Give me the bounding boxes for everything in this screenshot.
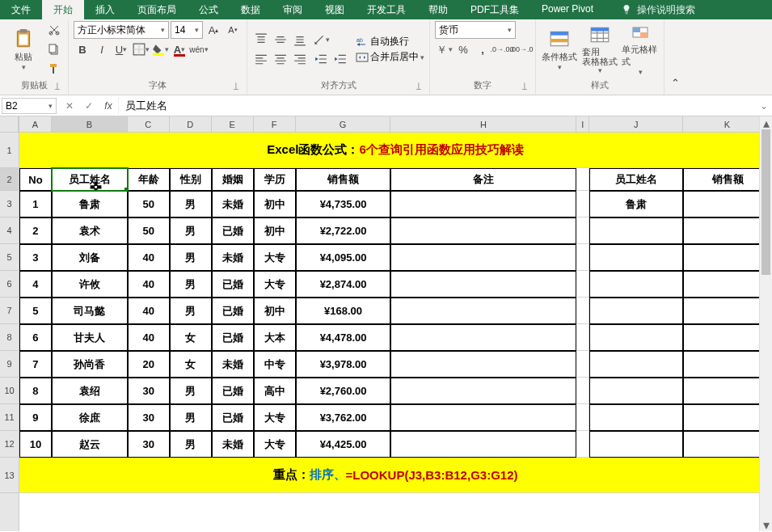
- col-header[interactable]: F: [254, 116, 296, 133]
- phonetic-button[interactable]: wén▾: [190, 40, 208, 58]
- cell[interactable]: 未婚: [212, 191, 254, 217]
- cell[interactable]: [589, 404, 683, 431]
- cell[interactable]: 未婚: [212, 351, 254, 378]
- cell[interactable]: 徐庶: [52, 404, 128, 431]
- row-header[interactable]: 6: [0, 271, 19, 298]
- cell[interactable]: ¥168.00: [296, 298, 391, 324]
- cell[interactable]: 大专: [254, 244, 296, 271]
- cell[interactable]: [390, 217, 576, 244]
- cell[interactable]: 大专: [254, 271, 296, 298]
- conditional-formatting-button[interactable]: 条件格式▾: [541, 23, 578, 76]
- cell[interactable]: 性别: [170, 168, 212, 191]
- cell[interactable]: 备注: [390, 168, 576, 191]
- cell[interactable]: No: [19, 168, 52, 191]
- cell[interactable]: 已婚: [212, 324, 254, 351]
- cell[interactable]: 30: [128, 404, 170, 431]
- cell[interactable]: 40: [128, 324, 170, 351]
- align-bottom-button[interactable]: [291, 31, 309, 49]
- row-header[interactable]: 9: [0, 351, 19, 378]
- cell[interactable]: ¥2,722.00: [296, 217, 391, 244]
- cell[interactable]: 孙尚香: [52, 351, 128, 378]
- row-header[interactable]: 3: [0, 191, 19, 217]
- cell[interactable]: 初中: [254, 298, 296, 324]
- cell[interactable]: ¥4,478.00: [296, 324, 391, 351]
- cell[interactable]: [589, 324, 683, 351]
- cell[interactable]: 7: [19, 351, 52, 378]
- cell[interactable]: 30: [128, 378, 170, 404]
- cell[interactable]: 已婚: [212, 217, 254, 244]
- cell[interactable]: 大专: [254, 404, 296, 431]
- decrease-decimal-button[interactable]: .00→.0: [513, 40, 530, 58]
- cell[interactable]: 赵云: [52, 431, 128, 458]
- paste-button[interactable]: 粘贴 ▾: [5, 23, 42, 76]
- cell[interactable]: 2: [19, 217, 52, 244]
- font-size-select[interactable]: 14▾: [171, 21, 203, 39]
- cell[interactable]: 大本: [254, 324, 296, 351]
- cell[interactable]: 许攸: [52, 271, 128, 298]
- merge-center-button[interactable]: 合并后居中 ▾: [356, 50, 424, 64]
- row-header[interactable]: 13: [0, 458, 19, 493]
- cell[interactable]: [390, 298, 576, 324]
- orientation-button[interactable]: ▾: [312, 31, 330, 49]
- accounting-format-button[interactable]: ￥▾: [435, 40, 453, 58]
- cell[interactable]: 女: [170, 324, 212, 351]
- format-painter-button[interactable]: [45, 60, 63, 78]
- cell[interactable]: [576, 431, 589, 458]
- underline-button[interactable]: U▾: [112, 40, 130, 58]
- cell[interactable]: [390, 404, 576, 431]
- cell[interactable]: 男: [170, 244, 212, 271]
- cell[interactable]: [576, 217, 589, 244]
- comma-button[interactable]: ,: [474, 40, 491, 58]
- cell[interactable]: 大专: [254, 431, 296, 458]
- cell[interactable]: 9: [19, 404, 52, 431]
- cell[interactable]: 销售额: [296, 168, 391, 191]
- cell[interactable]: 鲁肃: [52, 191, 128, 217]
- col-header[interactable]: C: [128, 116, 170, 133]
- dialog-launcher-icon[interactable]: ⟘: [519, 82, 530, 93]
- cell[interactable]: [390, 244, 576, 271]
- cell[interactable]: 初中: [254, 191, 296, 217]
- cell[interactable]: 8: [19, 378, 52, 404]
- tab-insert[interactable]: 插入: [84, 0, 126, 19]
- cell[interactable]: 1: [19, 191, 52, 217]
- row-header[interactable]: 12: [0, 431, 19, 458]
- cell[interactable]: 男: [170, 191, 212, 217]
- cell[interactable]: 40: [128, 298, 170, 324]
- cell[interactable]: 司马懿: [52, 298, 128, 324]
- dialog-launcher-icon[interactable]: ⟘: [230, 82, 242, 93]
- col-header[interactable]: B: [52, 116, 128, 133]
- cell[interactable]: 婚姻: [212, 168, 254, 191]
- title-cell[interactable]: Excel函数公式：6个查询引用函数应用技巧解读: [19, 133, 772, 168]
- cell[interactable]: 袁绍: [52, 378, 128, 404]
- cell[interactable]: 已婚: [212, 404, 254, 431]
- cell[interactable]: 未婚: [212, 431, 254, 458]
- col-header[interactable]: A: [19, 116, 52, 133]
- cell[interactable]: 已婚: [212, 298, 254, 324]
- enter-formula-button[interactable]: ✓: [79, 97, 99, 115]
- select-all-button[interactable]: [0, 116, 19, 133]
- cell[interactable]: [576, 168, 589, 191]
- cell[interactable]: [390, 431, 576, 458]
- cell[interactable]: ¥3,762.00: [296, 404, 391, 431]
- format-as-table-button[interactable]: 套用 表格格式▾: [581, 23, 618, 76]
- cell[interactable]: [589, 431, 683, 458]
- cell[interactable]: 40: [128, 244, 170, 271]
- name-box[interactable]: B2▾: [2, 98, 57, 114]
- cell[interactable]: 6: [19, 324, 52, 351]
- row-header[interactable]: 4: [0, 217, 19, 244]
- cell[interactable]: 已婚: [212, 271, 254, 298]
- number-format-select[interactable]: 货币▾: [435, 21, 516, 39]
- increase-font-button[interactable]: A▴: [205, 21, 222, 39]
- row-header[interactable]: 1: [0, 133, 19, 168]
- cell[interactable]: [589, 244, 683, 271]
- tab-help[interactable]: 帮助: [417, 0, 459, 19]
- cell[interactable]: ¥4,735.00: [296, 191, 391, 217]
- collapse-ribbon-button[interactable]: ⌃: [666, 74, 684, 91]
- cell[interactable]: 男: [170, 431, 212, 458]
- cell[interactable]: [576, 324, 589, 351]
- cell[interactable]: 20: [128, 351, 170, 378]
- cell[interactable]: [576, 378, 589, 404]
- cell[interactable]: 未婚: [212, 244, 254, 271]
- cell-styles-button[interactable]: 单元格样式▾: [622, 23, 659, 76]
- cell[interactable]: [589, 351, 683, 378]
